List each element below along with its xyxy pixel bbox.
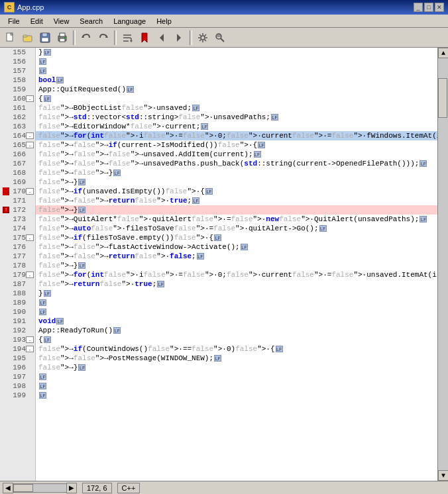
svg-rect-7 (42, 38, 48, 42)
svg-point-21 (201, 36, 205, 40)
code-line-192[interactable]: App::ReadyToRun()LF (36, 326, 437, 335)
code-line-190[interactable]: LF (36, 307, 437, 317)
code-line-178[interactable]: false">→}LF (36, 261, 437, 270)
code-line-169[interactable]: false">→}LF (36, 177, 437, 187)
new-button[interactable] (3, 30, 19, 46)
menu-item-language[interactable]: Language (108, 16, 151, 26)
code-line-177[interactable]: false">→false">→returnfalse">·false;LF (36, 252, 437, 261)
code-line-166[interactable]: false">→false">→false">→unsaved.AddItem(… (36, 150, 437, 159)
code-line-170[interactable]: false">→if(unsaved.IsEmpty())false">·{LF (36, 187, 437, 196)
open-button[interactable] (20, 30, 36, 46)
bookmark-button[interactable] (137, 30, 152, 46)
cursor-position: 172, 6 (82, 483, 112, 493)
svg-line-31 (221, 38, 224, 42)
menu-item-edit[interactable]: Edit (25, 16, 48, 26)
toolbar-separator-2 (114, 30, 117, 45)
scroll-track[interactable] (438, 58, 448, 470)
scroll-up-button[interactable]: ▲ (438, 48, 448, 58)
code-line-199[interactable]: LF (36, 391, 437, 400)
code-line-187[interactable]: false">→returnfalse">·true;LF (36, 279, 437, 289)
code-line-161[interactable]: false">→BObjectListfalse">·unsaved;LF (36, 103, 437, 113)
line-number-155: 155 (0, 48, 35, 57)
redo-button[interactable] (95, 30, 111, 46)
code-line-165[interactable]: false">→false">→if(current->IsModified()… (36, 140, 437, 150)
collapse-open-icon[interactable]: - (26, 142, 34, 148)
menu-item-file[interactable]: File (3, 16, 25, 26)
line-number-195: 195 (0, 354, 35, 363)
code-line-160[interactable]: {LF (36, 94, 437, 103)
code-line-172[interactable]: false">→}LF (36, 205, 437, 215)
line-number-169: 169 (0, 177, 35, 187)
code-line-173[interactable]: false">→QuitAlert*false">·quitAlertfalse… (36, 215, 437, 224)
menu-item-help[interactable]: Help (151, 16, 177, 26)
print-button[interactable] (54, 30, 70, 46)
collapse-open-icon[interactable]: - (26, 132, 34, 139)
code-line-171[interactable]: false">→false">→returnfalse">·true;LF (36, 196, 437, 205)
minimize-button[interactable]: _ (414, 3, 423, 12)
code-line-156[interactable]: LF (36, 57, 437, 66)
code-line-162[interactable]: false">→std::vector<std::string>false">·… (36, 113, 437, 122)
svg-rect-10 (60, 38, 65, 42)
code-line-155[interactable]: }LF (36, 48, 437, 57)
collapse-open-icon[interactable]: - (26, 336, 34, 343)
collapse-open-icon[interactable]: - (26, 272, 34, 278)
close-button[interactable]: ✕ (435, 3, 444, 12)
code-line-163[interactable]: false">→EditorWindow*false">·current;LF (36, 122, 437, 131)
svg-marker-18 (142, 33, 147, 42)
code-line-179[interactable]: false">→for(intfalse">·ifalse">·=false">… (36, 270, 437, 279)
code-line-191[interactable]: voidLF (36, 317, 437, 326)
lf-marker: LF (39, 309, 46, 315)
horizontal-scrollbar[interactable]: ◀ ▶ (3, 483, 77, 493)
svg-marker-19 (160, 34, 164, 42)
code-line-164[interactable]: false">→for(intfalse">·ifalse">·=false">… (36, 131, 437, 140)
code-line-197[interactable]: LF (36, 372, 437, 381)
editor-container: 155156157158159160-161162163164-165-1661… (0, 48, 448, 481)
code-line-159[interactable]: App::QuitRequested()LF (36, 85, 437, 94)
code-line-175[interactable]: false">→if(filesToSave.empty())false">·{… (36, 233, 437, 242)
svg-line-27 (205, 39, 207, 41)
code-line-167[interactable]: false">→false">→false">→unsavedPaths.pus… (36, 159, 437, 168)
code-line-168[interactable]: false">→false">→}LF (36, 168, 437, 177)
menu-item-view[interactable]: View (48, 16, 75, 26)
save-button[interactable] (37, 30, 53, 46)
code-line-196[interactable]: false">→}LF (36, 363, 437, 372)
collapse-open-icon[interactable]: - (26, 234, 34, 241)
scroll-right-button[interactable]: ▶ (66, 483, 77, 493)
line-number-162: 162 (0, 113, 35, 122)
lf-marker: LF (44, 95, 51, 102)
hscroll-thumb[interactable] (13, 484, 33, 492)
collapse-open-icon[interactable]: - (26, 188, 34, 195)
undo-button[interactable] (78, 30, 94, 46)
scroll-left-button[interactable]: ◀ (3, 483, 13, 493)
line-number-199: 199 (0, 391, 35, 400)
lf-marker: LF (39, 299, 46, 306)
wordwrap-button[interactable] (119, 30, 135, 46)
code-area[interactable]: }LFLFLFboolLFApp::QuitRequested()LF{LFfa… (36, 48, 437, 481)
maximize-button[interactable]: □ (424, 3, 433, 12)
scroll-down-button[interactable]: ▼ (438, 470, 448, 481)
gutter: 155156157158159160-161162163164-165-1661… (0, 48, 36, 481)
next-bookmark-button[interactable] (171, 30, 187, 46)
code-line-176[interactable]: false">→false">→fLastActiveWindow->Activ… (36, 242, 437, 252)
scroll-thumb[interactable] (438, 78, 447, 118)
find-in-files-button[interactable] (212, 30, 228, 46)
preferences-button[interactable] (195, 30, 211, 46)
svg-line-29 (199, 39, 201, 41)
code-line-198[interactable]: LF (36, 381, 437, 391)
vertical-scrollbar[interactable]: ▲ ▼ (437, 48, 448, 481)
collapse-open-icon[interactable]: - (26, 95, 34, 102)
lf-marker: LF (44, 336, 51, 343)
collapse-open-icon[interactable]: - (26, 346, 34, 352)
lf-marker: LF (192, 105, 199, 111)
code-line-157[interactable]: LF (36, 66, 437, 75)
code-line-158[interactable]: boolLF (36, 75, 437, 85)
code-line-174[interactable]: false">→autofalse">·filesToSavefalse">·=… (36, 224, 437, 233)
code-line-188[interactable]: }LF (36, 289, 437, 298)
prev-bookmark-button[interactable] (154, 30, 170, 46)
code-line-195[interactable]: false">→false">→PostMessage(WINDOW_NEW);… (36, 354, 437, 363)
code-line-189[interactable]: LF (36, 298, 437, 307)
code-line-194[interactable]: false">→if(CountWindows()false">·==false… (36, 344, 437, 354)
code-line-193[interactable]: {LF (36, 335, 437, 344)
menu-item-search[interactable]: Search (74, 16, 108, 26)
hscroll-track[interactable] (13, 483, 66, 493)
